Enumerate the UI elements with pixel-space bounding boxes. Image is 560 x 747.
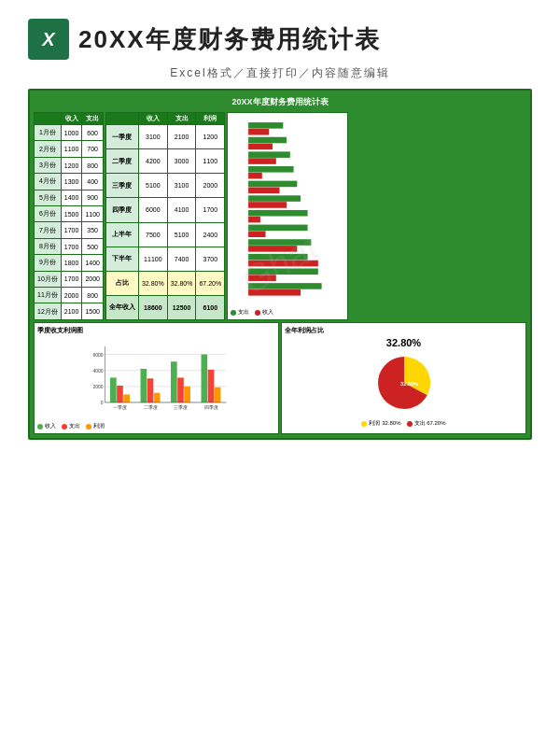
q-row-label: 全年收入 <box>105 295 138 319</box>
svg-rect-53 <box>171 361 177 402</box>
cell-value: 700 <box>82 141 104 157</box>
q-col-0 <box>105 113 138 125</box>
svg-rect-25 <box>248 246 298 252</box>
cell-value: 1700 <box>61 222 82 238</box>
svg-rect-57 <box>202 355 208 402</box>
svg-rect-27 <box>248 254 308 261</box>
svg-rect-45 <box>110 377 117 402</box>
legend-pie-expense2-label: 支出 67.20% <box>414 419 446 428</box>
monthly-row: 11月份2000800 <box>35 288 104 303</box>
svg-text:9月: 9月 <box>239 243 246 247</box>
svg-rect-46 <box>117 386 123 402</box>
svg-rect-28 <box>248 261 318 267</box>
q-cell-value: 2400 <box>196 222 225 247</box>
excel-sheet: Ghat 20XX年度财务费用统计表 收入 支出 1月份10006002月份11… <box>28 89 532 440</box>
svg-text:4月: 4月 <box>239 170 246 175</box>
q-cell-value: 5100 <box>167 222 196 247</box>
svg-text:二季度: 二季度 <box>144 404 158 410</box>
q-cell-value: 2000 <box>196 174 225 198</box>
svg-rect-19 <box>248 217 260 223</box>
monthly-row: 6月份15001100 <box>35 206 104 222</box>
svg-text:5月: 5月 <box>239 184 246 189</box>
cell-value: 2000 <box>61 288 82 303</box>
cell-value: 1300 <box>61 174 82 190</box>
legend-bar-expense-label: 支出 <box>69 422 80 430</box>
right-bar-chart-area: 1月2月3月4月5月6月7月8月9月10月11月12月 支出 收入 <box>227 112 348 320</box>
svg-rect-0 <box>248 122 284 129</box>
pie-chart-title: 全年利润占比 <box>285 326 523 335</box>
legend-bar-income-dot <box>37 424 43 430</box>
monthly-table: 收入 支出 1月份10006002月份11007003月份12008004月份1… <box>34 112 104 320</box>
sheet-title: 20XX年度财务费用统计表 <box>34 94 526 110</box>
q-cell-value: 1100 <box>196 149 225 174</box>
quarterly-row: 占比32.80%32.80%67.20% <box>105 271 224 295</box>
legend-income-dot <box>231 310 236 316</box>
cell-value: 600 <box>82 125 104 141</box>
row-label: 12月份 <box>35 303 62 320</box>
legend-income-label: 支出 <box>238 308 249 317</box>
q-cell-value: 18600 <box>138 295 167 319</box>
page-container: X 20XX年度财务费用统计表 Excel格式／直接打印／内容随意编辑 Ghat… <box>0 0 560 747</box>
cell-value: 1100 <box>61 141 82 157</box>
q-cell-value: 4100 <box>167 198 196 222</box>
svg-rect-59 <box>215 388 221 402</box>
legend-bar-profit-dot <box>86 424 91 430</box>
quarterly-row: 三季度510031002000 <box>105 174 224 198</box>
row-label: 10月份 <box>35 271 62 287</box>
q-row-label: 一季度 <box>105 125 138 149</box>
q-row-label: 下半年 <box>105 247 138 271</box>
q-cell-value: 32.80% <box>167 271 196 295</box>
q-row-label: 二季度 <box>105 149 138 174</box>
q-row-label: 上半年 <box>105 222 138 247</box>
q-cell-value: 4200 <box>138 149 167 174</box>
q-cell-value: 5100 <box>138 174 167 198</box>
legend-expense-label: 收入 <box>262 308 273 317</box>
pie-section: 32.80% 32.80% 利润 32.80% 支出 67.20% <box>285 337 523 428</box>
legend-bar-expense-dot <box>62 424 67 430</box>
bar-chart-title: 季度收支利润图 <box>37 326 275 335</box>
legend-pie-profit: 利润 32.80% <box>361 419 400 428</box>
svg-text:0: 0 <box>101 400 104 405</box>
svg-text:四季度: 四季度 <box>204 404 218 410</box>
svg-text:2月: 2月 <box>239 140 246 145</box>
bottom-section: 季度收支利润图 0200040006000一季度二季度三季度四季度 收入 支出 … <box>34 322 526 434</box>
row-label: 3月份 <box>35 157 62 173</box>
svg-rect-49 <box>141 369 147 402</box>
cell-value: 1200 <box>61 157 82 173</box>
cell-value: 400 <box>82 174 104 190</box>
legend-bar-income: 收入 <box>37 422 56 430</box>
q-cell-value: 6000 <box>138 198 167 222</box>
svg-text:3月: 3月 <box>239 155 246 160</box>
svg-text:12月: 12月 <box>237 287 246 291</box>
svg-rect-55 <box>184 387 190 402</box>
svg-text:10月: 10月 <box>237 258 246 262</box>
quarterly-row: 上半年750051002400 <box>105 222 224 247</box>
pie-legend: 利润 32.80% 支出 67.20% <box>361 419 445 428</box>
svg-rect-34 <box>248 289 301 296</box>
svg-rect-12 <box>248 181 298 188</box>
q-cell-value: 67.20% <box>196 271 225 295</box>
svg-text:11月: 11月 <box>237 272 246 276</box>
excel-icon-letter: X <box>42 29 54 50</box>
quarterly-table: 收入 支出 利润 一季度310021001200二季度420030001100三… <box>105 112 225 320</box>
cell-value: 500 <box>82 238 104 254</box>
svg-text:2000: 2000 <box>92 384 103 389</box>
row-label: 4月份 <box>35 174 62 190</box>
col-expense: 支出 <box>82 113 104 125</box>
right-bar-chart-svg: 1月2月3月4月5月6月7月8月9月10月11月12月 <box>231 116 344 303</box>
svg-rect-15 <box>248 195 301 202</box>
cell-value: 1400 <box>61 190 82 205</box>
q-cell-value: 3100 <box>138 125 167 149</box>
right-chart-legend: 支出 收入 <box>231 308 344 317</box>
row-label: 11月份 <box>35 288 62 303</box>
q-cell-value: 7400 <box>167 247 196 271</box>
q-cell-value: 3100 <box>167 174 196 198</box>
q-cell-value: 2100 <box>167 125 196 149</box>
legend-bar-profit: 利润 <box>86 422 105 430</box>
svg-rect-10 <box>248 173 262 179</box>
quarterly-row: 四季度600041001700 <box>105 198 224 222</box>
svg-text:7月: 7月 <box>239 214 246 218</box>
legend-pie-expense2-dot <box>407 421 413 427</box>
svg-rect-50 <box>147 378 154 402</box>
cell-value: 1000 <box>61 125 82 141</box>
